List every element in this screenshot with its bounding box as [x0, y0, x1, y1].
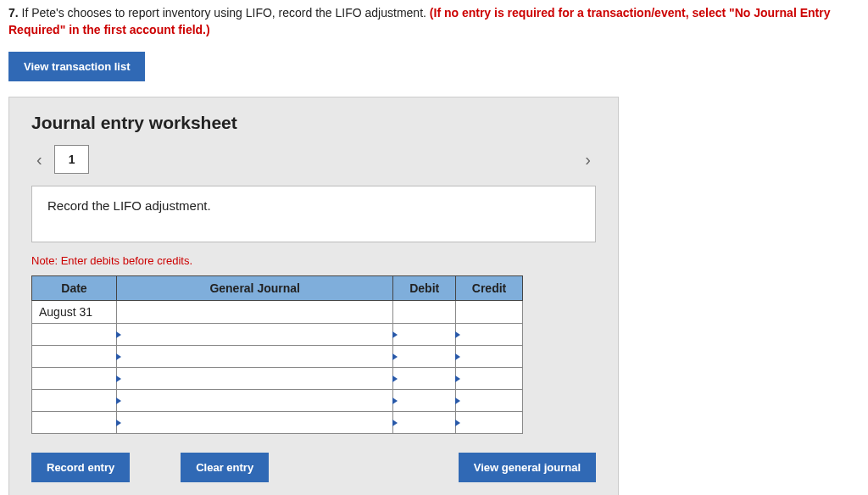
dropdown-marker-icon [116, 398, 121, 404]
cell-general-journal[interactable] [117, 412, 393, 434]
cell-debit[interactable] [393, 390, 456, 412]
cell-date[interactable] [32, 368, 117, 390]
cell-credit[interactable] [456, 346, 523, 368]
table-row [32, 324, 523, 346]
view-transaction-list-button[interactable]: View transaction list [8, 52, 145, 81]
cell-debit[interactable] [393, 346, 456, 368]
worksheet-title: Journal entry worksheet [31, 113, 596, 133]
dropdown-marker-icon [455, 420, 460, 426]
tab-1[interactable]: 1 [54, 145, 90, 174]
dropdown-marker-icon [116, 375, 121, 382]
dropdown-marker-icon [455, 353, 460, 360]
header-date: Date [32, 276, 117, 301]
cell-general-journal[interactable] [117, 390, 393, 412]
table-row [32, 346, 523, 368]
table-row [32, 390, 523, 412]
dropdown-marker-icon [392, 375, 398, 382]
question-text: 7. If Pete's chooses to report inventory… [8, 5, 860, 38]
cell-credit[interactable] [456, 412, 523, 434]
worksheet-panel: Journal entry worksheet ‹ 1 › Record the… [8, 97, 619, 495]
tab-row: ‹ 1 › [31, 145, 596, 174]
cell-debit[interactable] [393, 324, 456, 346]
cell-date[interactable] [32, 412, 117, 434]
dropdown-marker-icon [116, 331, 121, 338]
cell-date[interactable] [32, 390, 117, 412]
cell-general-journal[interactable] [117, 301, 393, 324]
record-entry-button[interactable]: Record entry [31, 453, 130, 482]
cell-credit[interactable] [456, 301, 523, 324]
dropdown-marker-icon [455, 375, 460, 382]
cell-date[interactable] [32, 346, 117, 368]
cell-date[interactable]: August 31 [32, 301, 117, 324]
cell-credit[interactable] [456, 324, 523, 346]
dropdown-marker-icon [455, 331, 460, 338]
cell-debit[interactable] [393, 301, 456, 324]
dropdown-marker-icon [392, 420, 398, 426]
cell-general-journal[interactable] [117, 368, 393, 390]
question-body: If Pete's chooses to report inventory us… [19, 6, 430, 19]
note-text: Note: Enter debits before credits. [31, 254, 596, 267]
dropdown-marker-icon [116, 353, 121, 360]
cell-debit[interactable] [393, 368, 456, 390]
table-row [32, 368, 523, 390]
cell-credit[interactable] [456, 390, 523, 412]
header-general-journal: General Journal [117, 276, 393, 301]
cell-date[interactable] [32, 324, 117, 346]
chevron-right-icon[interactable]: › [580, 150, 596, 170]
dropdown-marker-icon [116, 420, 121, 426]
dropdown-marker-icon [392, 331, 398, 338]
chevron-left-icon[interactable]: ‹ [31, 150, 47, 170]
dropdown-marker-icon [392, 398, 398, 404]
instruction-text: Record the LIFO adjustment. [47, 198, 211, 213]
cell-credit[interactable] [456, 368, 523, 390]
journal-table: Date General Journal Debit Credit August… [31, 275, 523, 434]
clear-entry-button[interactable]: Clear entry [181, 453, 269, 482]
dropdown-marker-icon [392, 353, 398, 360]
view-general-journal-button[interactable]: View general journal [459, 453, 596, 482]
table-row: August 31 [32, 301, 523, 324]
button-row: Record entry Clear entry View general jo… [31, 453, 596, 482]
table-row [32, 412, 523, 434]
question-number: 7. [8, 6, 19, 19]
instruction-box: Record the LIFO adjustment. [31, 186, 596, 242]
cell-general-journal[interactable] [117, 346, 393, 368]
cell-debit[interactable] [393, 412, 456, 434]
cell-general-journal[interactable] [117, 324, 393, 346]
header-debit: Debit [393, 276, 456, 301]
header-credit: Credit [456, 276, 523, 301]
dropdown-marker-icon [455, 398, 460, 404]
